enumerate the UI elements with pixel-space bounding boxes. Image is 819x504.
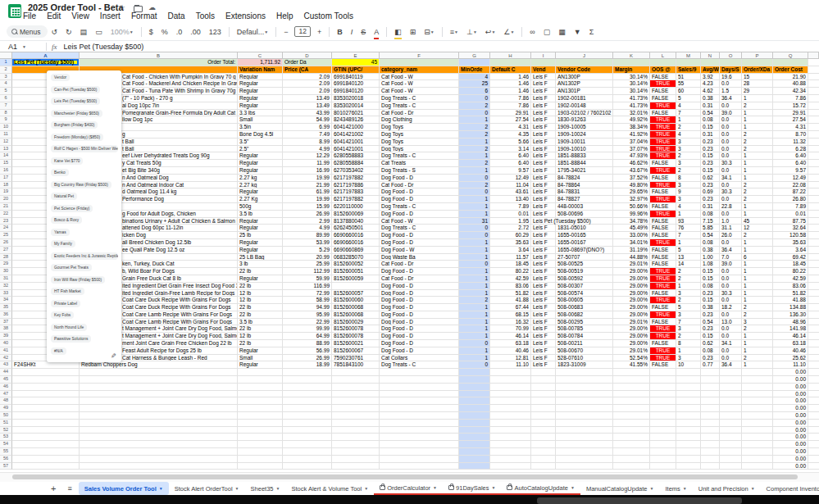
minorder-cell[interactable]: 0: [459, 232, 490, 239]
oos-cell[interactable]: TRUE: [650, 311, 676, 319]
gtin-cell[interactable]: 8152600060: [332, 297, 380, 304]
margin-cell[interactable]: 29.00%: [613, 311, 650, 319]
cell[interactable]: [283, 427, 332, 434]
price-cell[interactable]: 13.49: [283, 102, 332, 110]
avg-wk-cell[interactable]: 7.15: [701, 218, 720, 225]
order-cost-cell[interactable]: 26.80: [773, 196, 808, 203]
minorder-cell[interactable]: 2: [459, 124, 490, 131]
menu-file[interactable]: File: [23, 11, 36, 22]
days-stock-cell[interactable]: 0.0: [720, 311, 742, 319]
price-cell[interactable]: 7.49: [283, 131, 332, 138]
minorder-cell[interactable]: 1: [459, 268, 490, 275]
cell[interactable]: [80, 420, 238, 427]
avg-wk-cell[interactable]: 0.31: [701, 102, 720, 110]
sales-cell[interactable]: 2: [676, 167, 701, 175]
order-cost-cell[interactable]: 0.00: [773, 456, 808, 463]
default-cost-cell[interactable]: 4.35: [490, 131, 531, 138]
row-header-15[interactable]: 15: [0, 160, 12, 167]
edit-pencil-icon[interactable]: ✎: [111, 352, 116, 360]
days-stock-cell[interactable]: 0.0: [720, 116, 742, 124]
cell[interactable]: [808, 74, 819, 81]
avg-wk-cell[interactable]: 0.08: [701, 239, 720, 247]
cell[interactable]: [556, 463, 613, 470]
variation-cell[interactable]: 12 lb: [238, 297, 283, 304]
cell[interactable]: [808, 311, 819, 319]
vendor-code-cell[interactable]: AN1302P: [556, 80, 613, 88]
days-stock-cell[interactable]: 0.0: [720, 347, 742, 355]
column-title-l[interactable]: OOS @: [650, 66, 676, 74]
vendor-option[interactable]: Natural Pet: [51, 193, 77, 200]
cell[interactable]: [490, 427, 531, 434]
avg-wk-cell[interactable]: 0.38: [701, 95, 720, 102]
avg-wk-cell[interactable]: 0.54: [701, 319, 720, 326]
order-qty-cell[interactable]: 1: [742, 124, 773, 131]
oos-cell[interactable]: TRUE: [650, 138, 676, 146]
tab-menu-icon[interactable]: ▼: [683, 486, 687, 491]
variation-cell[interactable]: 3.3 lbs: [238, 110, 283, 117]
text-rotate-icon[interactable]: ∠▼: [503, 24, 514, 40]
order-qty-cell[interactable]: 28: [742, 80, 773, 88]
cell[interactable]: [238, 412, 283, 420]
cell[interactable]: [742, 384, 773, 391]
oos-cell[interactable]: FALSE: [650, 225, 676, 232]
default-cost-cell[interactable]: 63.18: [490, 340, 531, 347]
sales-cell[interactable]: 3: [676, 146, 701, 153]
order-cost-cell[interactable]: 63.18: [773, 340, 808, 347]
vendor-code-cell[interactable]: 508-00525: [556, 261, 613, 268]
cell[interactable]: [701, 420, 720, 427]
order-cost-cell[interactable]: 35.63: [773, 239, 808, 247]
order-cost-cell[interactable]: 83.06: [773, 283, 808, 290]
category-cell[interactable]: Dog Treats - C: [380, 225, 459, 232]
row-header-51[interactable]: 51: [0, 420, 12, 427]
add-sheet-button[interactable]: +: [51, 483, 56, 494]
order-cost-cell[interactable]: 0.00: [773, 420, 808, 427]
cell[interactable]: [490, 397, 531, 405]
cell[interactable]: [380, 384, 459, 391]
gtin-cell[interactable]: 6220110000: [332, 203, 380, 211]
column-header-G[interactable]: G: [459, 52, 490, 59]
row-header-7[interactable]: 7: [0, 102, 12, 110]
default-cost-cell[interactable]: 16.32: [490, 319, 531, 326]
cell[interactable]: [742, 420, 773, 427]
column-title-e[interactable]: GTIN (UPC/: [332, 66, 380, 74]
avg-wk-cell[interactable]: 0.23: [701, 290, 720, 297]
cell[interactable]: [720, 391, 742, 398]
cell[interactable]: [332, 441, 380, 448]
cell[interactable]: [720, 434, 742, 441]
cell[interactable]: [12, 427, 80, 434]
cell[interactable]: [701, 427, 720, 434]
row-header-20[interactable]: 20: [0, 196, 12, 203]
cell[interactable]: [650, 456, 676, 463]
row-header-44[interactable]: 44: [0, 369, 12, 376]
vendor-cell[interactable]: Leis F: [531, 116, 556, 124]
oos-cell[interactable]: FALSE: [650, 304, 676, 311]
price-cell[interactable]: 13.49: [283, 95, 332, 102]
link-icon[interactable]: ∞: [530, 24, 535, 40]
cell[interactable]: [650, 427, 676, 434]
margin-cell[interactable]: 30.14%: [613, 80, 650, 88]
cell[interactable]: [613, 420, 650, 427]
cell[interactable]: [12, 391, 80, 398]
days-stock-cell[interactable]: 34.1: [720, 175, 742, 182]
variation-cell[interactable]: Regular: [238, 88, 283, 95]
cell[interactable]: [701, 405, 720, 412]
price-cell[interactable]: 2.09: [283, 88, 332, 95]
price-cell[interactable]: 5.29: [283, 247, 332, 254]
cell[interactable]: [459, 369, 490, 376]
tab-menu-icon[interactable]: ▼: [571, 485, 575, 490]
margin-cell[interactable]: 44.88%: [613, 254, 650, 261]
price-cell[interactable]: 15.99: [283, 203, 332, 211]
minorder-cell[interactable]: 1: [459, 355, 490, 362]
cell[interactable]: [720, 59, 742, 66]
order-qty-cell[interactable]: 3: [742, 319, 773, 326]
product-name-cell[interactable]: Redbarn Choppers Dog: [80, 361, 238, 369]
vendor-option[interactable]: Leis Pet (Tuesday $500): [51, 98, 100, 105]
minorder-cell[interactable]: 1: [459, 152, 490, 160]
order-qty-cell[interactable]: 29: [742, 88, 773, 95]
cell[interactable]: [556, 376, 613, 384]
cell[interactable]: [808, 333, 819, 340]
variation-cell[interactable]: Regular: [238, 74, 283, 81]
variation-cell[interactable]: Regular: [238, 102, 283, 110]
price-cell[interactable]: 72.99: [283, 290, 332, 297]
vendor-cell[interactable]: Leis F: [531, 304, 556, 311]
